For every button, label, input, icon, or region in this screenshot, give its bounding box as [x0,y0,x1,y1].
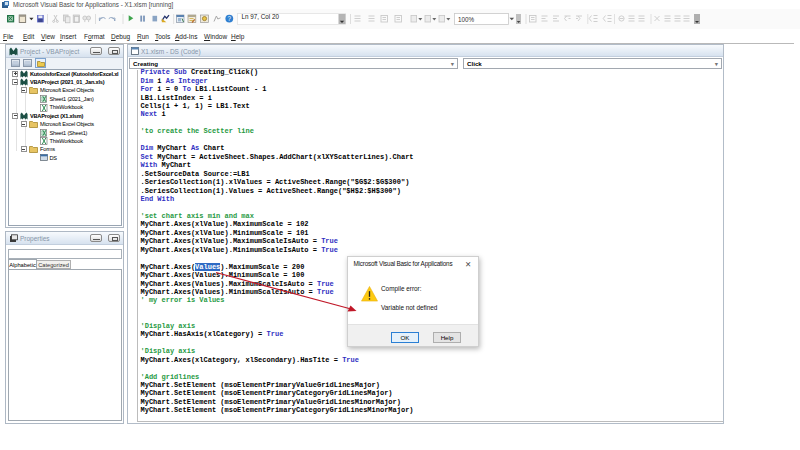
svg-text:100%: 100% [458,16,475,23]
svg-text:?: ? [228,15,232,22]
